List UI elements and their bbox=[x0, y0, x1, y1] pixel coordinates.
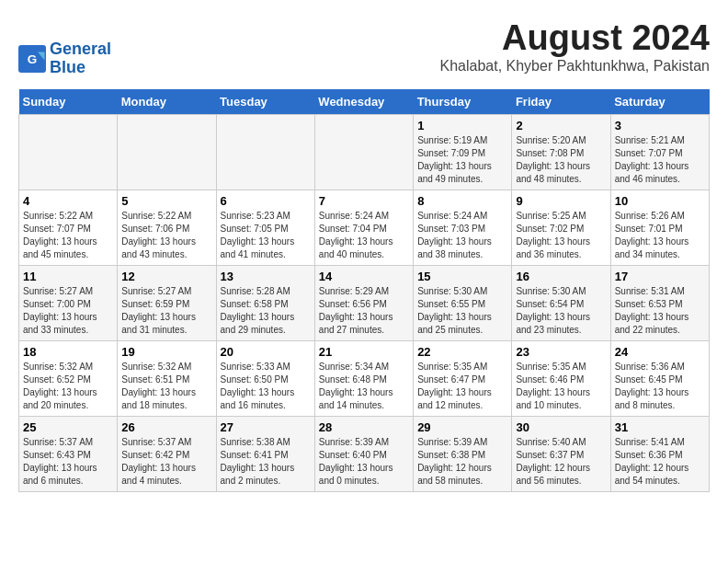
day-info: Sunrise: 5:24 AMSunset: 7:03 PMDaylight:… bbox=[417, 210, 507, 261]
week-row-1: 4 Sunrise: 5:22 AMSunset: 7:07 PMDayligh… bbox=[19, 190, 710, 266]
day-number: 5 bbox=[121, 194, 211, 208]
day-info: Sunrise: 5:30 AMSunset: 6:55 PMDaylight:… bbox=[417, 285, 507, 337]
day-info: Sunrise: 5:34 AMSunset: 6:48 PMDaylight:… bbox=[319, 361, 409, 412]
day-info: Sunrise: 5:25 AMSunset: 7:02 PMDaylight:… bbox=[516, 210, 606, 261]
cell-1-5: 9 Sunrise: 5:25 AMSunset: 7:02 PMDayligh… bbox=[512, 190, 610, 266]
day-info: Sunrise: 5:19 AMSunset: 7:09 PMDaylight:… bbox=[417, 134, 507, 186]
day-number: 19 bbox=[121, 345, 211, 359]
day-info: Sunrise: 5:35 AMSunset: 6:46 PMDaylight:… bbox=[516, 361, 606, 412]
logo-text: General Blue bbox=[50, 40, 111, 77]
day-info: Sunrise: 5:23 AMSunset: 7:05 PMDaylight:… bbox=[221, 210, 311, 261]
cell-2-0: 11 Sunrise: 5:27 AMSunset: 7:00 PMDaylig… bbox=[19, 266, 118, 341]
cell-2-4: 15 Sunrise: 5:30 AMSunset: 6:55 PMDaylig… bbox=[414, 266, 512, 341]
day-number: 17 bbox=[615, 270, 705, 283]
day-info: Sunrise: 5:31 AMSunset: 6:53 PMDaylight:… bbox=[615, 285, 705, 337]
cell-4-2: 27 Sunrise: 5:38 AMSunset: 6:41 PMDaylig… bbox=[216, 417, 314, 492]
cell-3-2: 20 Sunrise: 5:33 AMSunset: 6:50 PMDaylig… bbox=[216, 341, 314, 417]
day-info: Sunrise: 5:22 AMSunset: 7:07 PMDaylight:… bbox=[23, 210, 113, 261]
day-info: Sunrise: 5:20 AMSunset: 7:08 PMDaylight:… bbox=[516, 134, 606, 186]
header-row: Sunday Monday Tuesday Wednesday Thursday… bbox=[19, 89, 710, 115]
cell-2-5: 16 Sunrise: 5:30 AMSunset: 6:54 PMDaylig… bbox=[512, 266, 610, 341]
day-number: 4 bbox=[23, 194, 113, 208]
cell-4-6: 31 Sunrise: 5:41 AMSunset: 6:36 PMDaylig… bbox=[610, 417, 709, 492]
day-number: 21 bbox=[319, 345, 409, 359]
col-thursday: Thursday bbox=[414, 89, 512, 115]
day-info: Sunrise: 5:39 AMSunset: 6:40 PMDaylight:… bbox=[319, 436, 409, 488]
day-number: 13 bbox=[221, 270, 311, 283]
day-number: 16 bbox=[516, 270, 606, 283]
cell-4-1: 26 Sunrise: 5:37 AMSunset: 6:42 PMDaylig… bbox=[118, 417, 216, 492]
day-info: Sunrise: 5:36 AMSunset: 6:45 PMDaylight:… bbox=[615, 361, 705, 412]
title-section: August 2024 Khalabat, Khyber Pakhtunkhwa… bbox=[439, 18, 710, 75]
logo-line2: Blue bbox=[50, 59, 111, 77]
cell-1-4: 8 Sunrise: 5:24 AMSunset: 7:03 PMDayligh… bbox=[414, 190, 512, 266]
day-number: 20 bbox=[221, 345, 311, 359]
day-number: 30 bbox=[516, 420, 606, 434]
cell-4-4: 29 Sunrise: 5:39 AMSunset: 6:38 PMDaylig… bbox=[414, 417, 512, 492]
day-number: 7 bbox=[319, 194, 409, 208]
day-info: Sunrise: 5:37 AMSunset: 6:42 PMDaylight:… bbox=[121, 436, 211, 488]
day-info: Sunrise: 5:37 AMSunset: 6:43 PMDaylight:… bbox=[23, 436, 113, 488]
cell-0-0 bbox=[19, 115, 118, 190]
day-info: Sunrise: 5:38 AMSunset: 6:41 PMDaylight:… bbox=[221, 436, 311, 488]
day-number: 9 bbox=[516, 194, 606, 208]
day-info: Sunrise: 5:32 AMSunset: 6:51 PMDaylight:… bbox=[121, 361, 211, 412]
day-number: 25 bbox=[23, 420, 113, 434]
day-info: Sunrise: 5:27 AMSunset: 7:00 PMDaylight:… bbox=[23, 285, 113, 337]
cell-4-0: 25 Sunrise: 5:37 AMSunset: 6:43 PMDaylig… bbox=[19, 417, 118, 492]
cell-1-3: 7 Sunrise: 5:24 AMSunset: 7:04 PMDayligh… bbox=[314, 190, 413, 266]
week-row-4: 25 Sunrise: 5:37 AMSunset: 6:43 PMDaylig… bbox=[19, 417, 710, 492]
col-friday: Friday bbox=[512, 89, 610, 115]
day-info: Sunrise: 5:30 AMSunset: 6:54 PMDaylight:… bbox=[516, 285, 606, 337]
col-monday: Monday bbox=[118, 89, 216, 115]
week-row-3: 18 Sunrise: 5:32 AMSunset: 6:52 PMDaylig… bbox=[19, 341, 710, 417]
cell-3-1: 19 Sunrise: 5:32 AMSunset: 6:51 PMDaylig… bbox=[118, 341, 216, 417]
cell-0-2 bbox=[216, 115, 314, 190]
cell-2-6: 17 Sunrise: 5:31 AMSunset: 6:53 PMDaylig… bbox=[610, 266, 709, 341]
cell-3-5: 23 Sunrise: 5:35 AMSunset: 6:46 PMDaylig… bbox=[512, 341, 610, 417]
col-sunday: Sunday bbox=[19, 89, 118, 115]
day-number: 27 bbox=[221, 420, 311, 434]
cell-4-5: 30 Sunrise: 5:40 AMSunset: 6:37 PMDaylig… bbox=[512, 417, 610, 492]
cell-2-2: 13 Sunrise: 5:28 AMSunset: 6:58 PMDaylig… bbox=[216, 266, 314, 341]
cell-1-0: 4 Sunrise: 5:22 AMSunset: 7:07 PMDayligh… bbox=[19, 190, 118, 266]
cell-0-6: 3 Sunrise: 5:21 AMSunset: 7:07 PMDayligh… bbox=[610, 115, 709, 190]
calendar-table: Sunday Monday Tuesday Wednesday Thursday… bbox=[18, 89, 710, 492]
day-number: 2 bbox=[516, 119, 606, 132]
day-number: 22 bbox=[417, 345, 507, 359]
day-info: Sunrise: 5:41 AMSunset: 6:36 PMDaylight:… bbox=[615, 436, 705, 488]
day-number: 1 bbox=[417, 119, 507, 132]
day-info: Sunrise: 5:29 AMSunset: 6:56 PMDaylight:… bbox=[319, 285, 409, 337]
cell-0-3 bbox=[314, 115, 413, 190]
logo-line1: General bbox=[50, 40, 111, 59]
day-info: Sunrise: 5:21 AMSunset: 7:07 PMDaylight:… bbox=[615, 134, 705, 186]
logo-icon: G bbox=[18, 45, 46, 73]
day-number: 10 bbox=[615, 194, 705, 208]
day-info: Sunrise: 5:35 AMSunset: 6:47 PMDaylight:… bbox=[417, 361, 507, 412]
logo: G General Blue bbox=[18, 40, 111, 77]
day-number: 29 bbox=[417, 420, 507, 434]
cell-1-1: 5 Sunrise: 5:22 AMSunset: 7:06 PMDayligh… bbox=[118, 190, 216, 266]
week-row-0: 1 Sunrise: 5:19 AMSunset: 7:09 PMDayligh… bbox=[19, 115, 710, 190]
day-info: Sunrise: 5:27 AMSunset: 6:59 PMDaylight:… bbox=[121, 285, 211, 337]
day-number: 15 bbox=[417, 270, 507, 283]
cell-2-3: 14 Sunrise: 5:29 AMSunset: 6:56 PMDaylig… bbox=[314, 266, 413, 341]
cell-0-1 bbox=[118, 115, 216, 190]
col-saturday: Saturday bbox=[610, 89, 709, 115]
day-number: 28 bbox=[319, 420, 409, 434]
cell-2-1: 12 Sunrise: 5:27 AMSunset: 6:59 PMDaylig… bbox=[118, 266, 216, 341]
col-tuesday: Tuesday bbox=[216, 89, 314, 115]
cell-3-6: 24 Sunrise: 5:36 AMSunset: 6:45 PMDaylig… bbox=[610, 341, 709, 417]
day-info: Sunrise: 5:39 AMSunset: 6:38 PMDaylight:… bbox=[417, 436, 507, 488]
day-number: 6 bbox=[221, 194, 311, 208]
cell-0-5: 2 Sunrise: 5:20 AMSunset: 7:08 PMDayligh… bbox=[512, 115, 610, 190]
day-info: Sunrise: 5:28 AMSunset: 6:58 PMDaylight:… bbox=[221, 285, 311, 337]
day-info: Sunrise: 5:32 AMSunset: 6:52 PMDaylight:… bbox=[23, 361, 113, 412]
day-info: Sunrise: 5:33 AMSunset: 6:50 PMDaylight:… bbox=[221, 361, 311, 412]
day-info: Sunrise: 5:22 AMSunset: 7:06 PMDaylight:… bbox=[121, 210, 211, 261]
day-number: 11 bbox=[23, 270, 113, 283]
day-info: Sunrise: 5:26 AMSunset: 7:01 PMDaylight:… bbox=[615, 210, 705, 261]
cell-3-3: 21 Sunrise: 5:34 AMSunset: 6:48 PMDaylig… bbox=[314, 341, 413, 417]
day-number: 24 bbox=[615, 345, 705, 359]
cell-3-4: 22 Sunrise: 5:35 AMSunset: 6:47 PMDaylig… bbox=[414, 341, 512, 417]
